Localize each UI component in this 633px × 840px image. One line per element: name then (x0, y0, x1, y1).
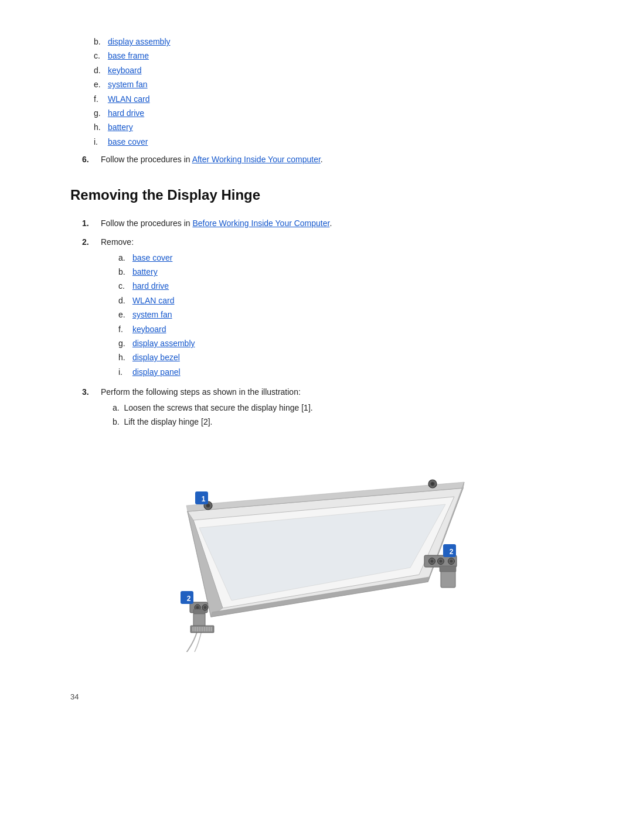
svg-rect-22 (440, 566, 456, 572)
svg-text:2: 2 (450, 548, 454, 556)
step-3b: b. Lift the display hinge [2]. (113, 415, 313, 428)
step-3: 3. Perform the following steps as shown … (82, 385, 563, 429)
step-6-number: 6. (82, 153, 96, 166)
step-3-number: 3. (82, 385, 96, 429)
remove-item-g: g. display assembly (118, 337, 195, 350)
list-item-c: c. base frame (94, 49, 563, 62)
illustration-container: 1 2 2 (158, 441, 475, 655)
svg-rect-38 (192, 627, 212, 631)
link-wlan-card-1[interactable]: WLAN card (108, 94, 150, 104)
remove-list: a. base cover b. battery c. hard drive d… (118, 251, 195, 379)
link-battery-2[interactable]: battery (132, 267, 158, 276)
step-6-content: Follow the procedures in After Working I… (101, 153, 323, 166)
remove-item-i: i. display panel (118, 366, 195, 378)
link-wlan-card-2[interactable]: WLAN card (132, 296, 175, 305)
link-display-assembly-1[interactable]: display assembly (108, 37, 171, 46)
link-system-fan-2[interactable]: system fan (132, 310, 172, 319)
remove-item-h: h. display bezel (118, 351, 195, 364)
remove-item-e: e. system fan (118, 308, 195, 321)
link-hard-drive-1[interactable]: hard drive (108, 108, 144, 118)
list-item-f: f. WLAN card (94, 93, 563, 105)
list-item-h: h. battery (94, 121, 563, 134)
step-3-sub-list: a. Loosen the screws that secure the dis… (101, 401, 313, 429)
svg-text:2: 2 (187, 595, 191, 603)
step-1: 1. Follow the procedures in Before Worki… (82, 217, 563, 230)
svg-text:1: 1 (202, 495, 206, 503)
link-display-assembly-2[interactable]: display assembly (132, 339, 195, 348)
remove-item-a: a. base cover (118, 251, 195, 264)
step-2-content: Remove: a. base cover b. battery c. hard… (101, 235, 195, 380)
step-2: 2. Remove: a. base cover b. battery c. h… (82, 235, 563, 380)
step-3a: a. Loosen the screws that secure the dis… (113, 401, 313, 414)
link-display-panel[interactable]: display panel (132, 367, 181, 377)
svg-point-13 (204, 606, 207, 609)
list-item-b: b. display assembly (94, 35, 563, 48)
link-after-working[interactable]: After Working Inside Your computer (192, 155, 321, 164)
section-title: Removing the Display Hinge (70, 184, 563, 206)
list-item-d: d. keyboard (94, 64, 563, 77)
list-item-g: g. hard drive (94, 107, 563, 119)
link-base-cover-2[interactable]: base cover (132, 253, 172, 262)
top-list-section: b. display assembly c. base frame d. key… (70, 35, 563, 148)
steps-container: 1. Follow the procedures in Before Worki… (70, 217, 563, 429)
svg-point-10 (196, 606, 199, 609)
display-hinge-illustration: 1 2 2 (158, 441, 475, 652)
link-base-frame[interactable]: base frame (108, 51, 149, 60)
remove-item-d: d. WLAN card (118, 294, 195, 307)
remove-item-f: f. keyboard (118, 323, 195, 336)
remove-item-c: c. hard drive (118, 279, 195, 292)
link-battery-1[interactable]: battery (108, 122, 133, 132)
link-keyboard-2[interactable]: keyboard (132, 325, 166, 334)
svg-point-21 (450, 560, 453, 563)
page-number: 34 (70, 691, 563, 704)
link-before-working[interactable]: Before Working Inside Your Computer (192, 218, 329, 228)
step-1-content: Follow the procedures in Before Working … (101, 217, 332, 230)
remove-item-b: b. battery (118, 265, 195, 278)
step-1-number: 1. (82, 217, 96, 230)
link-system-fan-1[interactable]: system fan (108, 80, 148, 89)
link-hard-drive-2[interactable]: hard drive (132, 281, 169, 291)
link-base-cover-1[interactable]: base cover (108, 137, 148, 146)
step-6: 6. Follow the procedures in After Workin… (82, 153, 563, 166)
link-keyboard-1[interactable]: keyboard (108, 66, 142, 75)
list-item-i: i. base cover (94, 135, 563, 148)
list-item-e: e. system fan (94, 78, 563, 91)
step-2-number: 2. (82, 235, 96, 380)
svg-point-19 (440, 560, 443, 563)
link-display-bezel[interactable]: display bezel (132, 353, 180, 362)
svg-point-17 (431, 560, 434, 563)
step-3-content: Perform the following steps as shown in … (101, 385, 313, 429)
